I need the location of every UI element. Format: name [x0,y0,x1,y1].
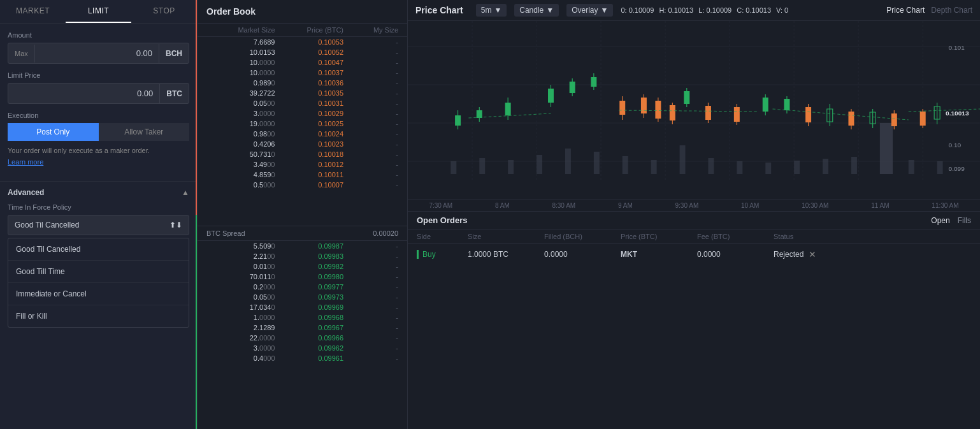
ask-row-12[interactable]: 3.49000.10012- [198,159,407,170]
bid-row-0[interactable]: 5.50900.09987- [198,241,407,251]
svg-rect-29 [937,161,943,174]
bid-row-11[interactable]: 0.40000.09961- [198,353,407,363]
candle-label: Candle [519,6,544,15]
left-panel: MARKET LIMIT STOP Amount Max 0.00 BCH Li… [0,0,198,429]
svg-rect-55 [619,101,625,115]
open-orders-tabs: Open Fills [931,216,971,225]
bid-row-5[interactable]: 0.05000.09973- [198,292,407,302]
candle-chevron-icon: ▼ [546,6,554,15]
ob-header-my: My Size [343,26,398,34]
stat-c: C: 0.10013 [737,6,771,14]
time-label-1: 8 AM [495,202,510,209]
advanced-header[interactable]: Advanced ▲ [8,188,189,197]
amount-label: Amount [8,31,189,39]
svg-rect-73 [920,112,926,126]
order-row-0: Buy 1.0000 BTC 0.0000 MKT 0.0000 Rejecte… [408,244,980,265]
order-fee: 0.0000 [697,250,774,259]
depth-chart-tab[interactable]: Depth Chart [931,6,972,15]
ask-row-11[interactable]: 50.73100.10018- [198,149,407,159]
order-book-header: Market Size Price (BTC) My Size [198,24,407,37]
advanced-title: Advanced [8,188,44,197]
bid-row-4[interactable]: 0.20000.09977- [198,282,407,292]
order-size: 1.0000 BTC [468,250,544,259]
stat-l: L: 0.10009 [698,6,731,14]
ask-row-7[interactable]: 3.00000.10029- [198,108,407,119]
learn-more-link[interactable]: Learn more [8,158,189,166]
ask-row-4[interactable]: 0.98900.10036- [198,78,407,88]
svg-rect-39 [570,82,575,93]
svg-rect-24 [794,161,800,174]
post-only-button[interactable]: Post Only [8,123,99,141]
close-order-button[interactable]: ✕ [809,249,816,259]
ask-row-0[interactable]: 7.66890.10053- [198,37,407,47]
amount-prefix: Max [8,45,35,62]
right-panel: Price Chart 5m ▼ Candle ▼ Overlay ▼ 0: 0… [408,0,980,429]
overlay-selector[interactable]: Overlay ▼ [566,4,613,17]
bid-row-8[interactable]: 2.12890.09967- [198,323,407,333]
amount-value[interactable]: 0.00 [35,43,159,63]
svg-rect-26 [851,157,857,174]
bid-rows: 5.50900.09987- 2.21000.09983- 0.01000.09… [198,241,407,430]
tif-option-ioc[interactable]: Immediate or Cancel [8,283,189,305]
bid-row-6[interactable]: 17.03400.09969- [198,302,407,312]
svg-rect-59 [655,101,661,119]
ask-row-6[interactable]: 0.05000.10031- [198,98,407,108]
bid-row-10[interactable]: 3.00000.09962- [198,343,407,353]
ask-row-3[interactable]: 10.00000.10037- [198,68,407,78]
svg-line-76 [772,109,908,120]
ask-row-5[interactable]: 39.27220.10035- [198,88,407,98]
col-header-status: Status [774,233,971,240]
ask-row-13[interactable]: 4.85900.10011- [198,170,407,180]
svg-rect-21 [708,158,714,174]
ask-rows: 7.66890.10053- 10.01530.10052- 10.00000.… [198,37,407,226]
svg-rect-13 [479,158,485,174]
time-label-7: 11 AM [871,202,889,209]
ask-row-2[interactable]: 10.00000.10047- [198,57,407,68]
time-axis: 7:30 AM 8 AM 8:30 AM 9 AM 9:30 AM 10 AM … [408,200,980,211]
tif-option-fok[interactable]: Fill or Kill [8,305,189,327]
dropdown-arrow-icon: ⬆⬇ [169,221,182,229]
limit-price-input-row: 0.00 BTC [8,83,189,104]
ask-row-9[interactable]: 0.98000.10024- [198,129,407,139]
red-accent-bar [196,0,198,215]
ask-row-14[interactable]: 0.50000.10007- [198,180,407,190]
ob-header-market: Market Size [206,26,275,34]
open-orders-title: Open Orders [417,215,467,225]
svg-rect-69 [848,112,854,126]
execution-toggle: Post Only Allow Taker [8,123,189,141]
bid-row-7[interactable]: 1.00000.09968- [198,312,407,323]
ask-row-8[interactable]: 19.00000.10025- [198,119,407,129]
limit-price-value[interactable]: 0.00 [8,84,159,103]
tab-open[interactable]: Open [931,216,949,225]
tif-dropdown[interactable]: Good Til Cancelled ⬆⬇ [8,215,189,235]
col-header-price: Price (BTC) [621,233,697,240]
candle-selector[interactable]: Candle ▼ [514,4,559,17]
green-accent-bar [196,215,198,430]
bid-row-2[interactable]: 0.01000.09982- [198,261,407,272]
tab-limit[interactable]: LIMIT [66,0,131,23]
svg-line-77 [909,109,980,112]
svg-rect-20 [680,145,686,174]
tab-stop[interactable]: STOP [131,0,197,23]
tab-fills[interactable]: Fills [958,216,971,225]
open-orders-header: Open Orders Open Fills [408,212,980,229]
tab-market[interactable]: MARKET [0,0,66,23]
price-chart-tab[interactable]: Price Chart [886,6,925,15]
allow-taker-button[interactable]: Allow Taker [99,123,190,141]
svg-rect-45 [763,98,768,112]
bid-row-1[interactable]: 2.21000.09983- [198,251,407,261]
bid-row-3[interactable]: 70.01100.09980- [198,272,407,282]
order-filled: 0.0000 [544,250,621,259]
svg-rect-41 [591,77,596,87]
bid-row-9[interactable]: 22.00000.09966- [198,333,407,343]
svg-rect-31 [455,115,461,126]
ask-row-10[interactable]: 0.42060.10023- [198,139,407,149]
tif-option-gtc[interactable]: Good Til Cancelled [8,238,189,261]
svg-text:0.10: 0.10 [949,142,962,149]
tif-dropdown-menu: Good Til Cancelled Good Till Time Immedi… [8,238,189,328]
amount-input-row: Max 0.00 BCH [8,43,189,64]
tif-option-gtt[interactable]: Good Till Time [8,261,189,283]
svg-rect-63 [705,106,711,120]
ask-row-1[interactable]: 10.01530.10052- [198,47,407,57]
timeframe-selector[interactable]: 5m ▼ [476,4,507,17]
